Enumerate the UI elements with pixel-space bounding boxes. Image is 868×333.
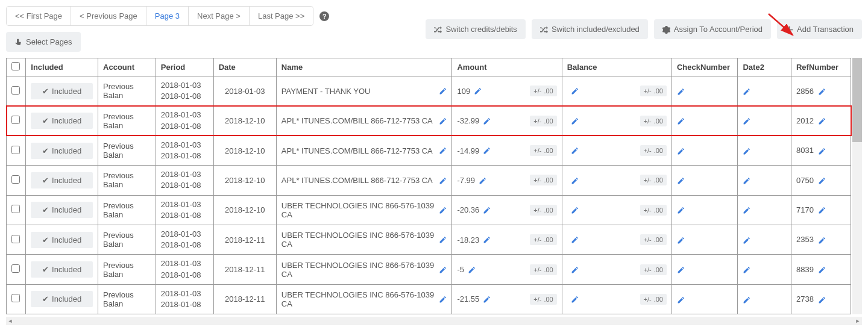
plus-minus-toggle[interactable]: +/-.00 bbox=[530, 175, 556, 185]
plus-minus-toggle[interactable]: +/-.00 bbox=[530, 205, 556, 216]
edit-icon[interactable] bbox=[474, 87, 482, 95]
switch-credits-debits-button[interactable]: Switch credits/debits bbox=[426, 19, 526, 39]
edit-icon[interactable] bbox=[818, 146, 826, 155]
edit-icon[interactable] bbox=[677, 87, 685, 96]
edit-icon[interactable] bbox=[468, 265, 476, 273]
header-account[interactable]: Account bbox=[98, 58, 156, 76]
edit-icon[interactable] bbox=[743, 266, 750, 274]
edit-icon[interactable] bbox=[571, 116, 579, 125]
edit-icon[interactable] bbox=[483, 235, 491, 244]
plus-minus-toggle[interactable]: +/-.00 bbox=[530, 234, 556, 245]
plus-minus-toggle[interactable]: +/-.00 bbox=[530, 294, 556, 305]
included-toggle[interactable]: ✔Included bbox=[31, 172, 93, 188]
edit-icon[interactable] bbox=[677, 146, 685, 155]
next-page-button[interactable]: Next Page > bbox=[188, 6, 250, 26]
edit-icon[interactable] bbox=[677, 206, 685, 214]
plus-minus-toggle[interactable]: +/-.00 bbox=[640, 116, 667, 126]
scroll-left-arrow-icon[interactable]: ◄ bbox=[6, 317, 14, 325]
plus-minus-toggle[interactable]: +/-.00 bbox=[640, 145, 667, 156]
header-refnumber[interactable]: RefNumber bbox=[791, 58, 851, 76]
header-amount[interactable]: Amount bbox=[452, 58, 562, 76]
header-period[interactable]: Period bbox=[156, 58, 213, 76]
edit-icon[interactable] bbox=[571, 146, 579, 155]
edit-icon[interactable] bbox=[677, 176, 685, 185]
plus-minus-toggle[interactable]: +/-.00 bbox=[640, 175, 667, 185]
select-pages-button[interactable]: Select Pages bbox=[6, 32, 81, 52]
header-date2[interactable]: Date2 bbox=[738, 58, 791, 76]
prev-page-button[interactable]: < Previous Page bbox=[71, 6, 146, 26]
edit-icon[interactable] bbox=[743, 87, 750, 96]
edit-icon[interactable] bbox=[571, 176, 579, 184]
edit-icon[interactable] bbox=[439, 116, 447, 125]
first-page-button[interactable]: << First Page bbox=[6, 6, 71, 26]
edit-icon[interactable] bbox=[439, 206, 447, 214]
plus-minus-toggle[interactable]: +/-.00 bbox=[530, 86, 556, 96]
edit-icon[interactable] bbox=[571, 295, 579, 303]
plus-minus-toggle[interactable]: +/-.00 bbox=[530, 264, 556, 275]
header-name[interactable]: Name bbox=[276, 58, 452, 76]
edit-icon[interactable] bbox=[818, 117, 826, 125]
current-page-button[interactable]: Page 3 bbox=[146, 6, 189, 26]
edit-icon[interactable] bbox=[818, 176, 826, 185]
edit-icon[interactable] bbox=[818, 206, 826, 214]
edit-icon[interactable] bbox=[439, 295, 447, 303]
edit-icon[interactable] bbox=[571, 235, 579, 244]
edit-icon[interactable] bbox=[483, 116, 491, 125]
header-included[interactable]: Included bbox=[26, 58, 98, 76]
select-all-checkbox[interactable] bbox=[11, 62, 20, 70]
included-toggle[interactable]: ✔Included bbox=[31, 291, 93, 307]
vertical-scrollbar[interactable] bbox=[852, 58, 862, 314]
row-checkbox[interactable] bbox=[11, 205, 20, 213]
row-checkbox[interactable] bbox=[11, 116, 20, 124]
header-date[interactable]: Date bbox=[213, 58, 276, 76]
scroll-right-arrow-icon[interactable]: ► bbox=[854, 317, 862, 325]
header-checknumber[interactable]: CheckNumber bbox=[671, 58, 738, 76]
plus-minus-toggle[interactable]: +/-.00 bbox=[640, 234, 667, 245]
edit-icon[interactable] bbox=[677, 117, 685, 125]
row-checkbox[interactable] bbox=[11, 86, 20, 95]
row-checkbox[interactable] bbox=[11, 175, 20, 184]
header-balance[interactable]: Balance bbox=[562, 58, 671, 76]
edit-icon[interactable] bbox=[439, 146, 447, 155]
row-checkbox[interactable] bbox=[11, 294, 20, 302]
plus-minus-toggle[interactable]: +/-.00 bbox=[640, 205, 667, 216]
edit-icon[interactable] bbox=[743, 235, 750, 244]
included-toggle[interactable]: ✔Included bbox=[31, 143, 93, 159]
edit-icon[interactable] bbox=[483, 295, 491, 303]
included-toggle[interactable]: ✔Included bbox=[31, 113, 93, 129]
row-checkbox[interactable] bbox=[11, 264, 20, 273]
add-transaction-button[interactable]: Add Transaction bbox=[777, 19, 862, 39]
edit-icon[interactable] bbox=[677, 235, 685, 244]
plus-minus-toggle[interactable]: +/-.00 bbox=[640, 294, 667, 305]
edit-icon[interactable] bbox=[677, 266, 685, 274]
switch-included-excluded-button[interactable]: Switch included/excluded bbox=[532, 19, 648, 39]
plus-minus-toggle[interactable]: +/-.00 bbox=[640, 264, 667, 275]
plus-minus-toggle[interactable]: +/-.00 bbox=[640, 86, 667, 96]
edit-icon[interactable] bbox=[743, 117, 750, 125]
horizontal-scrollbar[interactable]: ◄ ► bbox=[6, 317, 862, 325]
included-toggle[interactable]: ✔Included bbox=[31, 83, 93, 99]
edit-icon[interactable] bbox=[439, 235, 447, 244]
edit-icon[interactable] bbox=[571, 206, 579, 214]
edit-icon[interactable] bbox=[439, 176, 447, 184]
edit-icon[interactable] bbox=[818, 87, 826, 96]
edit-icon[interactable] bbox=[571, 265, 579, 273]
plus-minus-toggle[interactable]: +/-.00 bbox=[530, 145, 556, 156]
edit-icon[interactable] bbox=[439, 87, 447, 95]
edit-icon[interactable] bbox=[818, 295, 826, 303]
vertical-scrollbar-thumb[interactable] bbox=[852, 58, 862, 142]
edit-icon[interactable] bbox=[743, 206, 750, 214]
plus-minus-toggle[interactable]: +/-.00 bbox=[530, 116, 556, 126]
last-page-button[interactable]: Last Page >> bbox=[249, 6, 313, 26]
edit-icon[interactable] bbox=[677, 295, 685, 303]
included-toggle[interactable]: ✔Included bbox=[31, 261, 93, 278]
edit-icon[interactable] bbox=[479, 176, 486, 184]
included-toggle[interactable]: ✔Included bbox=[31, 202, 93, 218]
edit-icon[interactable] bbox=[818, 235, 826, 244]
edit-icon[interactable] bbox=[743, 295, 750, 303]
edit-icon[interactable] bbox=[743, 176, 750, 185]
edit-icon[interactable] bbox=[571, 87, 579, 95]
row-checkbox[interactable] bbox=[11, 146, 20, 154]
edit-icon[interactable] bbox=[743, 146, 750, 155]
assign-account-period-button[interactable]: Assign To Account/Period bbox=[654, 19, 771, 39]
